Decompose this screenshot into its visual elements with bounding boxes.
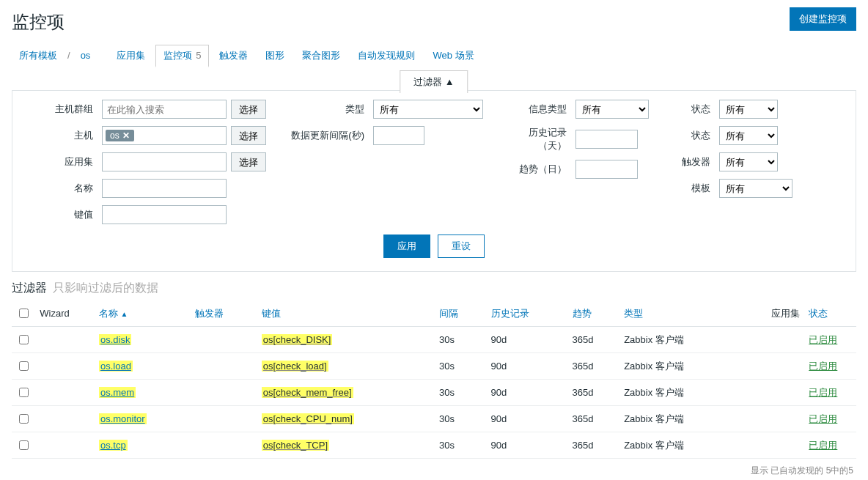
row-type: Zabbix 客户端 <box>619 327 738 353</box>
row-status-link[interactable]: 已启用 <box>809 440 837 451</box>
label-hostgroup: 主机群组 <box>24 103 98 116</box>
label-type: 类型 <box>288 103 369 116</box>
hostgroup-input[interactable] <box>102 100 227 119</box>
tab-screens[interactable]: 聚合图形 <box>295 45 347 67</box>
triggers-select[interactable]: 所有 <box>719 152 778 171</box>
tab-graphs[interactable]: 图形 <box>258 45 292 67</box>
row-name-link[interactable]: os.load <box>99 361 133 372</box>
state-select[interactable]: 所有 <box>719 100 778 119</box>
col-triggers[interactable]: 触发器 <box>191 300 257 327</box>
status-select[interactable]: 所有 <box>719 126 778 145</box>
items-table: Wizard 名称 ▲ 触发器 键值 间隔 历史记录 趋势 类型 应用集 状态 … <box>12 300 856 459</box>
subheader: 过滤器 只影响过滤后的数据 <box>12 281 856 296</box>
filter-panel: 过滤器 ▲ 主机群组 选择 主机 os ✕ 选择 应用集 <box>12 90 856 272</box>
label-application: 应用集 <box>24 155 98 169</box>
label-key: 键值 <box>24 208 98 221</box>
breadcrumb-sep: / <box>67 50 70 61</box>
row-name-link[interactable]: os.tcp <box>99 440 128 451</box>
filter-col-2: 类型 所有 数据更新间隔(秒) <box>288 100 483 224</box>
row-key: os[check_DISK] <box>262 334 333 345</box>
tab-web[interactable]: Web 场景 <box>425 45 481 67</box>
filter-actions: 应用 重设 <box>24 235 844 258</box>
filter-grid: 主机群组 选择 主机 os ✕ 选择 应用集 选择 名称 <box>24 100 844 224</box>
nav-tabs: 所有模板 / os 应用集 监控项 5 触发器 图形 聚合图形 自动发现规则 W… <box>12 44 856 67</box>
row-history: 90d <box>487 353 568 380</box>
table-row: os.memos[check_mem_free]30s90d365dZabbix… <box>12 380 856 406</box>
tab-items[interactable]: 监控项 5 <box>155 45 210 67</box>
row-type: Zabbix 客户端 <box>619 406 738 432</box>
tab-discovery[interactable]: 自动发现规则 <box>350 45 422 67</box>
row-history: 90d <box>487 327 568 353</box>
row-checkbox[interactable] <box>19 440 29 450</box>
host-input[interactable]: os ✕ <box>102 126 227 145</box>
info-type-select[interactable]: 所有 <box>575 100 649 119</box>
create-item-button[interactable]: 创建监控项 <box>790 7 856 31</box>
breadcrumb-template[interactable]: os <box>73 45 98 65</box>
col-history[interactable]: 历史记录 <box>487 300 568 327</box>
host-select-button[interactable]: 选择 <box>231 126 266 145</box>
row-trends: 365d <box>568 327 620 353</box>
label-status: 状态 <box>671 129 715 142</box>
label-info-type: 信息类型 <box>505 103 571 116</box>
template-select[interactable]: 所有 <box>719 179 792 198</box>
tab-items-count: 5 <box>196 50 201 61</box>
name-input[interactable] <box>102 179 227 198</box>
tab-applications[interactable]: 应用集 <box>109 45 152 67</box>
row-history: 90d <box>487 432 568 459</box>
col-name[interactable]: 名称 ▲ <box>95 300 191 327</box>
row-key: os[check_load] <box>262 361 328 372</box>
trends-input[interactable] <box>575 160 638 179</box>
row-trends: 365d <box>568 432 620 459</box>
row-status-link[interactable]: 已启用 <box>809 413 837 424</box>
col-interval[interactable]: 间隔 <box>435 300 487 327</box>
reset-button[interactable]: 重设 <box>438 235 485 258</box>
table-row: os.loados[check_load]30s90d365dZabbix 客户… <box>12 353 856 380</box>
history-input[interactable] <box>575 130 638 149</box>
col-name-label: 名称 <box>99 308 118 319</box>
label-update-interval: 数据更新间隔(秒) <box>288 129 369 142</box>
table-footer: 显示 已自动发现的 5中的5 <box>12 459 856 480</box>
label-template-opt: 模板 <box>671 182 715 195</box>
host-tag-remove-icon[interactable]: ✕ <box>122 130 130 141</box>
label-history: 历史记录（天） <box>505 126 571 152</box>
breadcrumb-all-templates[interactable]: 所有模板 <box>12 45 65 67</box>
col-key[interactable]: 键值 <box>257 300 435 327</box>
tab-items-label: 监控项 <box>163 50 192 61</box>
application-select-button[interactable]: 选择 <box>231 152 266 171</box>
label-host: 主机 <box>24 129 98 142</box>
row-type: Zabbix 客户端 <box>619 432 738 459</box>
row-checkbox[interactable] <box>19 361 29 371</box>
update-interval-input[interactable] <box>373 126 424 145</box>
row-trends: 365d <box>568 353 620 380</box>
row-name-link[interactable]: os.monitor <box>99 413 147 424</box>
select-all-checkbox[interactable] <box>19 309 29 318</box>
host-tag[interactable]: os ✕ <box>106 130 134 141</box>
filter-col-3: 信息类型 所有 历史记录（天） 趋势（日） <box>505 100 649 224</box>
filter-toggle[interactable]: 过滤器 ▲ <box>400 70 468 93</box>
row-interval: 30s <box>435 353 487 380</box>
row-status-link[interactable]: 已启用 <box>809 361 837 372</box>
tab-triggers[interactable]: 触发器 <box>212 45 255 67</box>
key-input[interactable] <box>102 205 227 224</box>
page-title: 监控项 <box>12 10 65 34</box>
row-checkbox[interactable] <box>19 335 29 344</box>
table-row: os.monitoros[check_CPU_num]30s90d365dZab… <box>12 406 856 432</box>
type-select[interactable]: 所有 <box>373 100 483 119</box>
table-row: os.tcpos[check_TCP]30s90d365dZabbix 客户端已… <box>12 432 856 459</box>
label-state: 状态 <box>671 103 715 116</box>
apply-button[interactable]: 应用 <box>383 235 430 258</box>
row-checkbox[interactable] <box>19 388 29 397</box>
application-input[interactable] <box>102 152 227 171</box>
col-type[interactable]: 类型 <box>619 300 738 327</box>
row-status-link[interactable]: 已启用 <box>809 334 837 345</box>
row-name-link[interactable]: os.disk <box>99 334 131 345</box>
row-name-link[interactable]: os.mem <box>99 387 136 398</box>
hostgroup-select-button[interactable]: 选择 <box>231 100 266 119</box>
row-status-link[interactable]: 已启用 <box>809 387 837 398</box>
row-interval: 30s <box>435 406 487 432</box>
row-checkbox[interactable] <box>19 414 29 424</box>
col-status[interactable]: 状态 <box>804 300 856 327</box>
table-row: os.diskos[check_DISK]30s90d365dZabbix 客户… <box>12 327 856 353</box>
label-name: 名称 <box>24 182 98 195</box>
col-trends[interactable]: 趋势 <box>568 300 620 327</box>
